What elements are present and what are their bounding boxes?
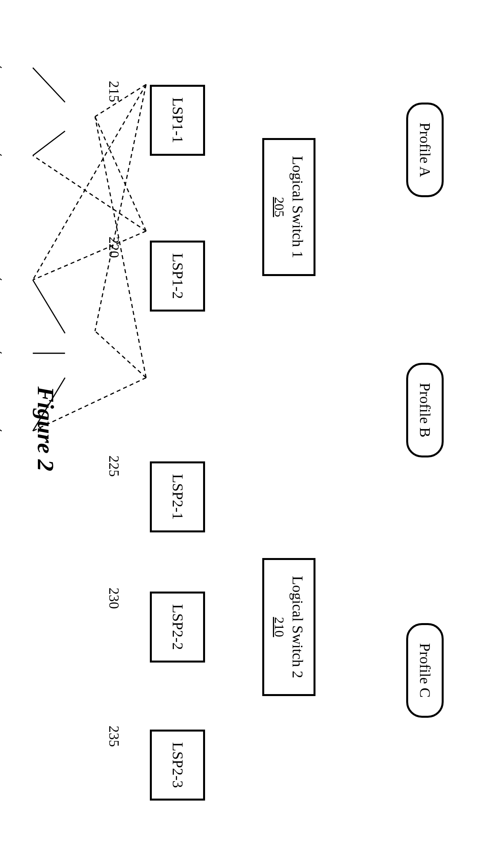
- logical-switch-2-node: Logical Switch 2 210: [262, 558, 315, 696]
- logical-switch-2-label: Logical Switch 2: [289, 576, 306, 678]
- logical-switch-1-label: Logical Switch 1: [289, 156, 306, 258]
- svg-line-18: [0, 421, 2, 431]
- svg-line-14: [0, 58, 2, 67]
- svg-line-15: [0, 146, 2, 155]
- logical-switch-2-ref: 210: [272, 617, 287, 637]
- lsp1-2-label: LSP1-2: [169, 253, 186, 299]
- profile-b-node: Profile B: [406, 363, 444, 457]
- svg-line-5: [33, 231, 146, 280]
- profile-a-node: Profile A: [406, 103, 444, 197]
- lsp2-2-node: LSP2-2: [150, 592, 205, 663]
- svg-line-3: [95, 117, 146, 231]
- diagram-canvas: Profile A Profile B Profile C Logical Sw…: [0, 0, 489, 868]
- lsp1-1-node: LSP1-1: [150, 85, 205, 156]
- svg-line-1: [95, 84, 146, 331]
- figure-caption: Figure 2: [32, 386, 59, 471]
- svg-line-2: [33, 84, 146, 280]
- svg-line-10: [33, 131, 65, 155]
- lsp1-1-label: LSP1-1: [169, 97, 186, 143]
- profile-c-label: Profile C: [417, 643, 433, 698]
- svg-line-9: [33, 68, 65, 102]
- profile-b-label: Profile B: [417, 383, 433, 437]
- svg-line-17: [0, 343, 2, 353]
- logical-switch-1-node: Logical Switch 1 205: [262, 138, 315, 276]
- logical-switch-1-ref: 205: [272, 197, 287, 217]
- profile-c-node: Profile C: [406, 623, 444, 718]
- lsp1-2-node: LSP1-2: [150, 241, 205, 312]
- lsp2-3-label: LSP2-3: [169, 742, 186, 788]
- svg-line-7: [95, 331, 146, 377]
- svg-line-11: [33, 280, 65, 333]
- svg-line-16: [0, 269, 2, 280]
- ref-235: 235: [106, 726, 122, 747]
- ref-225: 225: [106, 455, 122, 477]
- lsp2-1-label: LSP2-1: [169, 474, 186, 520]
- ref-220: 220: [106, 237, 122, 258]
- lsp2-2-label: LSP2-2: [169, 604, 186, 650]
- ref-215: 215: [106, 81, 122, 102]
- lsp2-3-node: LSP2-3: [150, 730, 205, 801]
- svg-line-4: [33, 155, 146, 231]
- ref-230: 230: [106, 588, 122, 609]
- lsp2-1-node: LSP2-1: [150, 461, 205, 532]
- profile-a-label: Profile A: [417, 123, 433, 177]
